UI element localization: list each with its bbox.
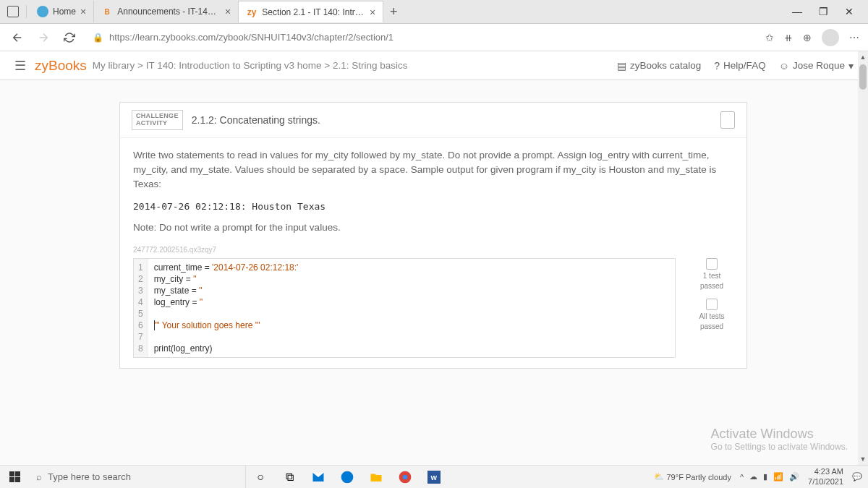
weather-icon: ⛅ (654, 472, 664, 481)
extensions-icon[interactable]: ⊕ (803, 32, 812, 43)
svg-point-0 (341, 471, 354, 483)
explorer-icon[interactable] (362, 466, 391, 489)
edge-icon[interactable] (333, 466, 362, 489)
favicon-zybooks: zy (246, 7, 258, 18)
test-status-1: 1 test passed (690, 258, 733, 290)
catalog-label: zyBooks catalog (630, 60, 701, 71)
taskbar: ⌕ Type here to search ○ ⧉ W ⛅ 79°F Partl… (0, 465, 868, 488)
code-editor[interactable]: 12345678 current_time = '2014-07-26 02:1… (133, 258, 676, 358)
battery-icon[interactable]: ▮ (763, 472, 767, 481)
code-string: '2014-07-26 02:12:18:' (212, 262, 298, 273)
help-link[interactable]: ? Help/FAQ (714, 60, 765, 72)
close-icon[interactable]: × (370, 7, 375, 18)
activity-body: Write two statements to read in values f… (120, 138, 746, 368)
test-label: 1 test (703, 272, 720, 280)
tab-title: Announcements - IT-140-J6182 (117, 7, 221, 17)
collections-icon[interactable]: ⧺ (784, 32, 793, 43)
mail-icon[interactable] (304, 466, 333, 489)
date: 7/10/2021 (808, 477, 843, 487)
forward-button[interactable] (35, 29, 52, 46)
wifi-icon[interactable]: 📶 (773, 472, 783, 481)
tab-home[interactable]: Home × (30, 1, 94, 22)
start-button[interactable] (0, 466, 29, 489)
svg-text:W: W (431, 474, 438, 481)
code: my_city = (154, 274, 193, 284)
profile-avatar[interactable] (822, 29, 839, 46)
challenge-activity-card: CHALLENGE ACTIVITY 2.1.2: Concatenating … (119, 102, 747, 369)
code: print(log_entry) (154, 343, 669, 354)
scroll-up-icon[interactable]: ▲ (858, 51, 868, 63)
chevron-up-icon[interactable]: ^ (740, 473, 744, 481)
code-comment: ''' Your solution goes here ''' (155, 320, 260, 330)
bookmark-icon[interactable] (720, 111, 735, 129)
code (154, 331, 669, 343)
address-bar[interactable]: 🔒 https://learn.zybooks.com/zybook/SNHUI… (87, 32, 757, 43)
svg-point-2 (403, 474, 408, 479)
refresh-button[interactable] (61, 29, 78, 46)
tab-announcements[interactable]: B Announcements - IT-140-J6182 × (94, 1, 239, 22)
task-view-icon[interactable]: ⧉ (275, 466, 304, 489)
tab-title: Section 2.1 - IT 140: Introduction (262, 7, 365, 17)
window-controls: — ❐ ✕ (781, 1, 865, 22)
close-window-button[interactable]: ✕ (839, 1, 859, 22)
lock-icon: 🔒 (93, 33, 103, 43)
restore-button[interactable]: ❐ (813, 1, 833, 22)
word-icon[interactable]: W (420, 466, 448, 489)
notifications-icon[interactable]: 💬 (852, 472, 862, 481)
windows-logo-icon (9, 471, 20, 482)
url-text: https://learn.zybooks.com/zybook/SNHUIT1… (109, 32, 393, 43)
task-icons: ○ ⧉ W (246, 466, 448, 488)
sample-output: 2014-07-26 02:12:18: Houston Texas (133, 201, 733, 212)
scroll-down-icon[interactable]: ▼ (858, 453, 868, 465)
activity-header: CHALLENGE ACTIVITY 2.1.2: Concatenating … (120, 103, 746, 138)
tab-title: Home (53, 7, 76, 17)
code-area: 12345678 current_time = '2014-07-26 02:1… (133, 258, 733, 358)
clock[interactable]: 4:23 AM 7/10/2021 (808, 467, 843, 486)
tab-zybooks[interactable]: zy Section 2.1 - IT 140: Introduction × (239, 1, 383, 22)
line-gutter: 12345678 (134, 259, 148, 357)
new-tab-button[interactable]: + (383, 1, 404, 22)
catalog-link[interactable]: ▤ zyBooks catalog (617, 60, 701, 72)
scrollbar[interactable]: ▲ ▼ (858, 51, 868, 465)
checkbox-icon (706, 299, 718, 310)
browser-tab-strip: Home × B Announcements - IT-140-J6182 × … (0, 0, 868, 24)
volume-icon[interactable]: 🔊 (789, 472, 799, 481)
minimize-button[interactable]: — (787, 1, 807, 22)
nav-right: ✩ ⧺ ⊕ ⋯ (765, 29, 859, 46)
code (154, 308, 669, 320)
code-string: '' (200, 297, 203, 307)
onedrive-icon[interactable]: ☁ (749, 472, 757, 481)
question-id: 247772.2002516.qx3zqy7 (133, 246, 733, 254)
more-icon[interactable]: ⋯ (849, 32, 859, 43)
scrollbar-thumb[interactable] (859, 64, 867, 90)
menu-icon[interactable]: ☰ (14, 58, 26, 74)
close-icon[interactable]: × (80, 6, 86, 17)
code-string: '' (193, 274, 197, 284)
help-icon: ? (714, 60, 720, 72)
test-label: passed (700, 322, 723, 330)
breadcrumb[interactable]: My library > IT 140: Introduction to Scr… (93, 60, 408, 71)
badge-line2: ACTIVITY (136, 120, 179, 127)
weather-widget[interactable]: ⛅ 79°F Partly cloudy (654, 472, 731, 481)
user-menu[interactable]: ☺ Jose Roque ▾ (779, 60, 854, 72)
challenge-badge: CHALLENGE ACTIVITY (132, 110, 183, 130)
search-icon: ⌕ (36, 471, 42, 482)
code-string: '' (199, 286, 203, 296)
watermark-subtitle: Go to Settings to activate Windows. (711, 442, 848, 452)
code-lines[interactable]: current_time = '2014-07-26 02:12:18:' my… (148, 259, 675, 357)
back-button[interactable] (9, 29, 26, 46)
checkbox-icon (706, 258, 718, 270)
close-icon[interactable]: × (225, 6, 231, 17)
code: log_entry = (154, 297, 200, 307)
tab-overview-icon[interactable] (7, 6, 19, 17)
test-label: All tests (699, 312, 724, 320)
chrome-icon[interactable] (391, 466, 420, 489)
cortana-icon[interactable]: ○ (246, 466, 275, 489)
favorite-icon[interactable]: ✩ (765, 32, 774, 43)
test-panel: 1 test passed All tests passed (690, 258, 733, 358)
activate-windows-watermark: Activate Windows Go to Settings to activ… (711, 427, 848, 452)
user-icon: ☺ (779, 60, 789, 72)
test-label: passed (700, 282, 723, 290)
taskbar-search[interactable]: ⌕ Type here to search (29, 466, 246, 489)
zybooks-logo[interactable]: zyBooks (35, 58, 87, 74)
